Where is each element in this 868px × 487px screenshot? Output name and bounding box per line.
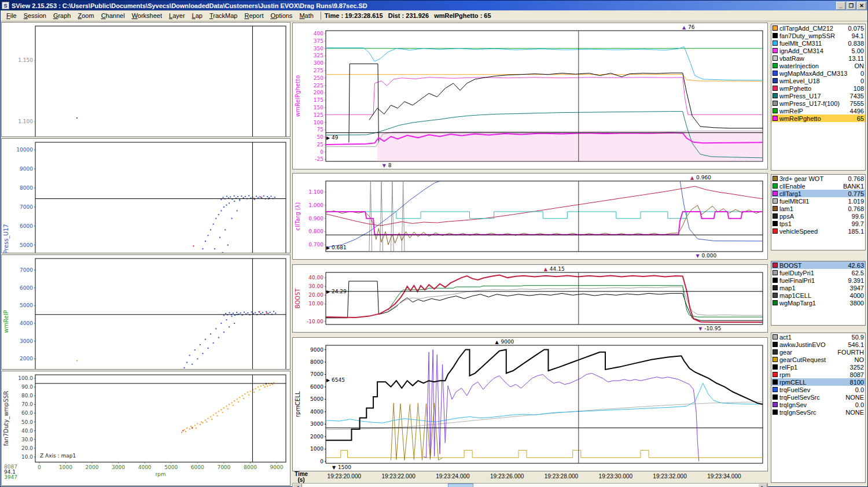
svg-text:3000: 3000 <box>112 464 125 470</box>
menu-trackmap[interactable]: TrackMap <box>206 12 241 20</box>
channel-row-cllTargAdd_CM212[interactable]: cllTargAdd_CM2120.075 <box>771 24 865 32</box>
channel-color-swatch <box>773 300 778 305</box>
svg-text:1500: 1500 <box>338 464 351 470</box>
strip-chart-wmRelPghetto[interactable]: wmRelPghetto4003753503253002752502252001… <box>292 23 768 169</box>
svg-text:fan7Duty_wmpSSR: fan7Duty_wmpSSR <box>3 391 10 446</box>
channel-color-swatch <box>773 206 778 211</box>
svg-text:0.900: 0.900 <box>308 216 323 222</box>
svg-text:rpm: rpm <box>155 471 165 477</box>
scroll-right-arrow-icon[interactable]: ► <box>758 484 767 487</box>
channel-row-wgMapTarg1[interactable]: wgMapTarg13800 <box>771 299 865 307</box>
channel-color-swatch <box>773 270 778 275</box>
channel-row-vehicleSpeed[interactable]: vehicleSpeed185.1 <box>771 227 865 235</box>
channel-row-act1[interactable]: act150.9 <box>771 333 865 341</box>
channel-color-swatch <box>773 278 778 283</box>
menu-options[interactable]: Options <box>267 12 296 20</box>
scatter-plot-wmRelP[interactable]: wmRelP7000600050004000300020001000010002… <box>1 254 290 370</box>
channel-row-ppsA[interactable]: ppsA99.6 <box>771 212 865 220</box>
menu-graph[interactable]: Graph <box>50 12 75 20</box>
time-tick-label: 19:23:20.000 <box>328 473 361 479</box>
channel-row-wmPress_U17[interactable]: wmPress_U177435 <box>771 92 865 99</box>
channel-row-cllTarg1[interactable]: cllTarg10.775 <box>771 190 865 197</box>
channel-name: relFp1 <box>779 364 848 371</box>
channel-name: wmLevel_U18 <box>779 78 859 84</box>
channel-row-relFp1[interactable]: relFp13252 <box>771 363 865 371</box>
channel-row-wmPress_U17-f(100)[interactable]: wmPress_U17-f(100)7555 <box>771 99 865 107</box>
svg-text:60.0: 60.0 <box>21 410 33 416</box>
channel-row-fuelFinalPri1[interactable]: fuelFinalPri19.391 <box>771 276 865 284</box>
svg-text:-25: -25 <box>315 156 323 162</box>
channel-row-fuelMlt_CM311[interactable]: fuelMlt_CM3110.838 <box>771 39 865 47</box>
window-title: SView 2.15.253 : C:\Users\Public\Documen… <box>12 2 834 9</box>
channel-row-3rd+ gear WOT[interactable]: 3rd+ gear WOT0.768 <box>771 175 865 182</box>
channel-row-rpm[interactable]: rpm8087 <box>771 371 865 378</box>
menu-report[interactable]: Report <box>241 12 267 20</box>
channel-row-wmLevel_U18[interactable]: wmLevel_U180 <box>771 77 865 84</box>
channel-row-map1CELL[interactable]: map1CELL4000 <box>771 292 865 299</box>
scatter-plot-fan7Duty_wmpSSR[interactable]: fan7Duty_wmpSSR100.090.080.070.060.050.0… <box>1 371 290 486</box>
svg-text:30.00: 30.00 <box>308 283 323 289</box>
channel-row-fan7Duty_wmpSSR[interactable]: fan7Duty_wmpSSR94.1 <box>771 32 865 39</box>
maximize-button[interactable]: ❐ <box>847 2 856 10</box>
svg-text:0.681: 0.681 <box>332 245 347 250</box>
channel-row-rpmCELL[interactable]: rpmCELL8100 <box>771 378 865 386</box>
menu-channel[interactable]: Channel <box>98 12 128 20</box>
channel-row-awkwJustinEVO[interactable]: awkwJustinEVO546.1 <box>771 341 865 348</box>
close-button[interactable]: ✕ <box>857 2 866 10</box>
channel-row-fuelDutyPri1[interactable]: fuelDutyPri162.5 <box>771 269 865 276</box>
menu-layer[interactable]: Layer <box>165 12 189 20</box>
channel-name: map1CELL <box>779 292 848 299</box>
svg-text:375: 375 <box>314 38 323 44</box>
svg-text:▶: ▶ <box>326 245 330 250</box>
channel-row-vbatRaw[interactable]: vbatRaw13.11 <box>771 54 865 62</box>
channel-name: ppsA <box>779 213 850 220</box>
channel-row-BOOST[interactable]: BOOST42.63 <box>771 261 865 269</box>
channel-row-tps1[interactable]: tps199.7 <box>771 220 865 227</box>
channel-row-wgMapMaxAdd_CM313[interactable]: wgMapMaxAdd_CM3130 <box>771 69 865 77</box>
svg-text:225: 225 <box>314 83 323 88</box>
menu-file[interactable]: File <box>3 12 20 20</box>
channel-row-trqIgnSev[interactable]: trqIgnSev0.0 <box>771 401 865 408</box>
strip-chart-BOOST[interactable]: BOOST40.0030.0020.0010.00-10.00▲44.15▶24… <box>292 264 768 333</box>
scatter-plot-fuelMltCll1[interactable]: fuelMltCll11.1501.1001.0501.0000.9500.90… <box>1 22 290 137</box>
channel-row-waterInjection[interactable]: waterInjectionON <box>771 62 865 69</box>
channel-value: 99.6 <box>852 213 864 220</box>
svg-text:8000: 8000 <box>244 464 257 470</box>
channel-row-ignAdd_CM314[interactable]: ignAdd_CM3145.00 <box>771 47 865 54</box>
horizontal-scrollbar[interactable]: ◄ ► <box>292 483 768 487</box>
channel-name: cllEnable <box>779 183 841 190</box>
svg-text:50.0: 50.0 <box>21 419 33 425</box>
svg-text:▼: ▼ <box>332 465 336 470</box>
scatter-plot-wmPress_U17[interactable]: wmPress_U1710000900080007000600050004000… <box>1 138 290 253</box>
scatter-canvas-fuelMltCll1: fuelMltCll11.1501.1001.0501.0000.9500.90… <box>2 23 290 137</box>
menu-worksheet[interactable]: Worksheet <box>128 12 165 20</box>
channel-row-map1[interactable]: map13947 <box>771 284 865 292</box>
channel-row-lam1[interactable]: lam10.768 <box>771 205 865 212</box>
menu-zoom[interactable]: Zoom <box>74 12 97 20</box>
channel-row-wmRelP[interactable]: wmRelP4496 <box>771 107 865 115</box>
scrollbar-track[interactable] <box>302 484 758 487</box>
channel-row-wmRelPghetto[interactable]: wmRelPghetto65 <box>771 115 865 122</box>
svg-text:8000: 8000 <box>20 185 33 191</box>
minimize-button[interactable]: _ <box>836 2 845 10</box>
menu-math[interactable]: Math <box>296 12 317 20</box>
channel-row-trqFuelSev[interactable]: trqFuelSev0.0 <box>771 386 865 393</box>
menu-session[interactable]: Session <box>20 12 50 20</box>
menu-lap[interactable]: Lap <box>189 12 206 20</box>
strip-chart-rpmCELL[interactable]: rpmCELL900080007000600050004000300020001… <box>292 337 768 471</box>
svg-text:80.0: 80.0 <box>21 393 33 399</box>
strip-chart-cllTarg[interactable]: cllTarg (λ)1.1001.0000.9000.8000.700▲0.9… <box>292 173 768 260</box>
channel-row-wmPghetto[interactable]: wmPghetto108 <box>771 84 865 92</box>
channel-row-cllEnable[interactable]: cllEnableBANK1 <box>771 182 865 190</box>
channel-row-gearCutRequest[interactable]: gearCutRequestNO <box>771 356 865 363</box>
scroll-left-arrow-icon[interactable]: ◄ <box>293 484 302 487</box>
channel-row-fuelMltCll1[interactable]: fuelMltCll11.019 <box>771 197 865 205</box>
channel-value: 94.1 <box>852 32 864 39</box>
title-bar[interactable]: S SView 2.15.253 : C:\Users\Public\Docum… <box>1 1 867 10</box>
channel-row-trqIgnSevSrc[interactable]: trqIgnSevSrcNONE <box>771 408 865 416</box>
svg-text:-10.95: -10.95 <box>704 326 721 331</box>
svg-text:BOOST: BOOST <box>295 288 301 309</box>
channel-row-gear[interactable]: gearFOURTH <box>771 348 865 356</box>
channel-row-trqFuelSevSrc[interactable]: trqFuelSevSrcNONE <box>771 393 865 401</box>
scrollbar-thumb[interactable] <box>448 484 473 487</box>
